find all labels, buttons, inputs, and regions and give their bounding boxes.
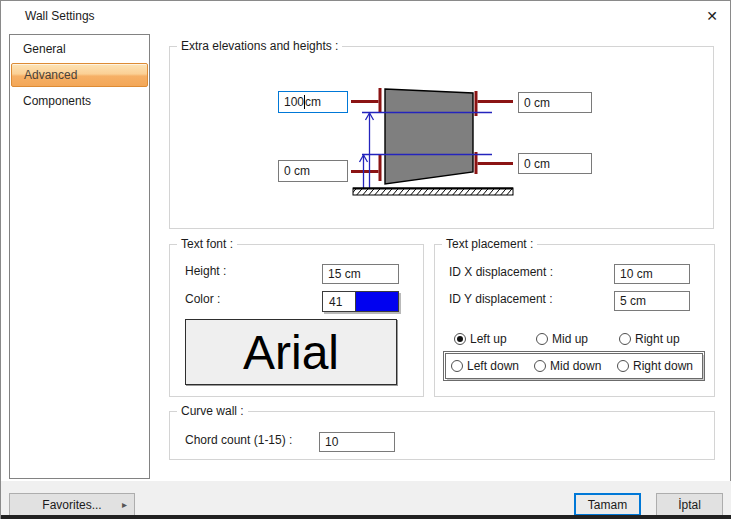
radio-icon — [534, 360, 546, 372]
wall-shape — [385, 89, 473, 184]
sidebar-list: General Advanced Components — [9, 34, 150, 479]
elevation-input-bottom-left[interactable]: 0 cm — [278, 160, 348, 182]
color-field[interactable]: 41 — [322, 291, 399, 312]
radio-mid-down[interactable]: Mid down — [534, 359, 601, 373]
group-text-placement: Text placement : ID X displacement : 10 … — [434, 244, 715, 397]
background-strip — [1, 515, 731, 519]
radio-label: Right up — [635, 332, 680, 346]
wall-diagram — [169, 46, 714, 229]
radio-label: Left down — [467, 359, 519, 373]
radio-label: Mid up — [552, 332, 588, 346]
chord-count-label: Chord count (1-15) : — [185, 433, 292, 447]
elevation-input-top-left[interactable]: 100cm — [278, 91, 348, 113]
group-title: Text placement : — [442, 237, 537, 251]
input-value: 100 — [284, 95, 304, 109]
input-unit: cm — [305, 95, 321, 109]
group-title: Curve wall : — [177, 404, 248, 418]
sidebar-item-label: Advanced — [24, 68, 77, 82]
group-text-font: Text font : Height : 15 cm Color : 41 Ar… — [169, 244, 424, 397]
chevron-right-icon: ▸ — [122, 499, 127, 510]
radio-mid-up[interactable]: Mid up — [536, 332, 588, 346]
height-label: Height : — [185, 264, 226, 278]
radio-label: Left up — [470, 332, 507, 346]
color-number: 41 — [323, 292, 356, 311]
close-icon[interactable]: ✕ — [700, 5, 724, 27]
chord-count-field[interactable]: 10 — [319, 432, 395, 452]
radio-right-up[interactable]: Right up — [619, 332, 680, 346]
favorites-label: Favorites... — [42, 498, 101, 512]
height-field[interactable]: 15 cm — [322, 264, 399, 284]
idx-label: ID X displacement : — [449, 265, 553, 279]
group-title: Text font : — [177, 237, 237, 251]
radio-label: Right down — [633, 359, 693, 373]
radio-icon — [536, 333, 548, 345]
radio-right-down[interactable]: Right down — [617, 359, 693, 373]
group-curve-wall: Curve wall : Chord count (1-15) : 10 — [169, 411, 715, 460]
sidebar-item-components[interactable]: Components — [11, 88, 148, 114]
window-title: Wall Settings — [25, 9, 95, 23]
sidebar-item-label: General — [23, 42, 66, 56]
idx-field[interactable]: 10 cm — [614, 264, 690, 284]
radio-left-down[interactable]: Left down — [451, 359, 519, 373]
radio-label: Mid down — [550, 359, 601, 373]
radio-icon — [451, 360, 463, 372]
idy-field[interactable]: 5 cm — [614, 291, 690, 311]
elevation-input-bottom-right[interactable]: 0 cm — [518, 153, 592, 174]
wall-settings-dialog: Wall Settings ✕ General Advanced Compone… — [0, 0, 731, 519]
radio-icon — [619, 333, 631, 345]
down-radios-frame: Left down Mid down Right down — [445, 353, 703, 379]
radio-icon — [454, 333, 466, 345]
radio-left-up[interactable]: Left up — [454, 332, 507, 346]
font-preview-button[interactable]: Arial — [185, 319, 397, 385]
sidebar-item-general[interactable]: General — [11, 36, 148, 62]
elevation-input-top-right[interactable]: 0 cm — [518, 92, 592, 113]
favorites-button[interactable]: Favorites... ▸ — [9, 493, 135, 516]
cancel-button[interactable]: İptal — [656, 493, 723, 516]
color-label: Color : — [185, 292, 220, 306]
color-swatch — [356, 292, 398, 311]
sidebar-item-label: Components — [23, 94, 91, 108]
idy-label: ID Y displacement : — [449, 292, 553, 306]
ok-button[interactable]: Tamam — [574, 493, 641, 516]
radio-icon — [617, 360, 629, 372]
sidebar-item-advanced[interactable]: Advanced — [11, 63, 148, 87]
